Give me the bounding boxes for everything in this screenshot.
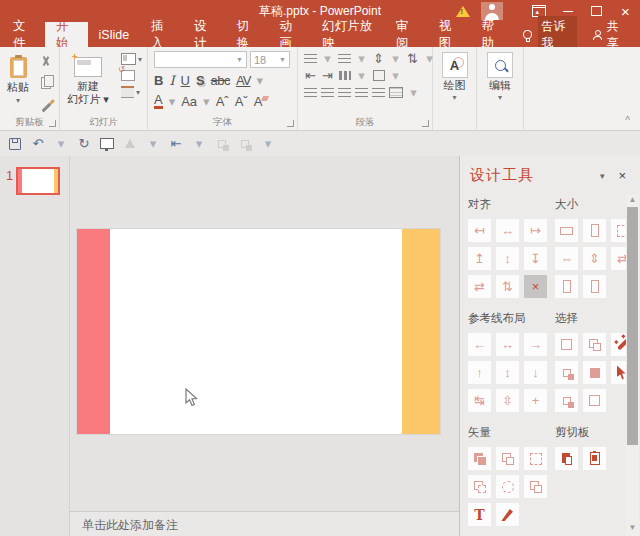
tab-view[interactable]: 视图 xyxy=(428,22,471,47)
font-decrease-font-size[interactable]: Aˇ xyxy=(235,95,248,108)
tool-pen-tool[interactable] xyxy=(496,503,519,526)
para-align-center[interactable] xyxy=(321,86,334,98)
tool-scale-width[interactable] xyxy=(555,275,578,298)
scrollbar-thumb[interactable] xyxy=(627,207,638,445)
tab-home[interactable]: 开始 xyxy=(45,22,88,47)
slide-thumbnail[interactable] xyxy=(16,167,60,195)
para-columns[interactable] xyxy=(338,69,351,81)
slide-canvas[interactable] xyxy=(77,229,440,434)
editing-button[interactable]: 编辑 ▾ xyxy=(477,47,523,102)
para-line-spacing[interactable]: ⇕ xyxy=(372,52,385,64)
tab-insert[interactable]: 插入 xyxy=(140,22,183,47)
para-increase-indent[interactable]: ⇥ xyxy=(321,69,334,81)
notes-area[interactable]: 单击此处添加备注 xyxy=(70,511,459,536)
tab-transitions[interactable]: 切换 xyxy=(226,22,269,47)
tab-file[interactable]: 文件 xyxy=(2,22,45,47)
para-align-left[interactable] xyxy=(304,86,317,98)
font-char-spacing[interactable]: AV xyxy=(236,74,250,87)
panel-scrollbar[interactable]: ▲ ▼ xyxy=(626,194,639,536)
para-align-text[interactable] xyxy=(372,69,385,81)
para-columns-caret[interactable]: ▾ xyxy=(355,69,368,81)
drawing-button[interactable]: A 绘图 ▾ xyxy=(433,47,476,102)
scroll-up-button[interactable]: ▲ xyxy=(629,194,637,206)
qat-save[interactable] xyxy=(8,135,22,153)
new-slide-button[interactable]: 新建 幻灯片 ▾ xyxy=(66,51,110,106)
tab-islide[interactable]: iSlide xyxy=(88,22,141,47)
paste-button[interactable]: 粘贴 ▾ xyxy=(2,51,34,107)
tool-align-middle[interactable]: ↕ xyxy=(496,247,519,270)
tool-select-same-format[interactable] xyxy=(583,361,606,384)
tool-guide-top[interactable]: ↑ xyxy=(468,361,491,384)
tool-shape-union[interactable] xyxy=(468,447,491,470)
tool-align-bottom[interactable]: ↧ xyxy=(524,247,547,270)
tool-shape-combine[interactable] xyxy=(496,447,519,470)
tool-adapt-height[interactable]: ⇕ xyxy=(583,247,606,270)
font-dialog-launcher[interactable] xyxy=(287,120,294,127)
section-button[interactable]: ▾ xyxy=(121,86,142,98)
tool-distribute-vertical[interactable]: ⇅ xyxy=(496,275,519,298)
qat-shape-tool-caret[interactable]: ▾ xyxy=(146,135,160,153)
para-bullets-caret[interactable]: ▾ xyxy=(321,52,334,64)
tool-copy-tool[interactable] xyxy=(555,447,578,470)
tool-shape-split[interactable] xyxy=(496,475,519,498)
para-decrease-indent[interactable]: ⇤ xyxy=(304,69,317,81)
para-align-right[interactable] xyxy=(338,86,351,98)
slide-left-bar[interactable] xyxy=(77,229,110,434)
para-distribute-text[interactable] xyxy=(372,86,385,98)
para-align-text-caret[interactable]: ▾ xyxy=(389,69,402,81)
tool-guide-right[interactable]: → xyxy=(524,333,547,356)
font-increase-font-size[interactable]: Aˆ xyxy=(216,95,229,108)
panel-close-button[interactable]: × xyxy=(614,168,630,183)
tool-equal-width[interactable] xyxy=(555,219,578,242)
tool-select-range[interactable] xyxy=(555,333,578,356)
para-text-direction[interactable]: ⇅ xyxy=(406,52,419,64)
qat-shape-tool[interactable] xyxy=(123,135,137,153)
tool-distribute-horizontal[interactable]: ⇄ xyxy=(468,275,491,298)
qat-qat-more[interactable]: ▾ xyxy=(261,135,275,153)
tab-slideshow[interactable]: 幻灯片放映 xyxy=(311,22,385,47)
tool-select-overlap[interactable] xyxy=(583,333,606,356)
qat-undo-caret[interactable]: ▾ xyxy=(54,135,68,153)
paragraph-dialog-launcher[interactable] xyxy=(422,120,429,127)
scroll-down-button[interactable]: ▼ xyxy=(629,522,637,534)
share-button[interactable]: 共享 xyxy=(581,22,640,47)
qat-redo[interactable]: ↻ xyxy=(77,135,91,153)
tool-guide-center-vertical[interactable]: ↕ xyxy=(496,361,519,384)
tool-select-scatter[interactable] xyxy=(555,389,578,412)
tool-scale-height[interactable] xyxy=(583,275,606,298)
para-justify[interactable] xyxy=(355,86,368,98)
font-underline[interactable]: U xyxy=(181,74,190,87)
font-char-spacing-caret[interactable]: ▾ xyxy=(256,74,263,87)
cut-button[interactable] xyxy=(37,53,55,69)
reset-slide-button[interactable] xyxy=(121,70,142,81)
qat-group-tool[interactable] xyxy=(215,135,229,153)
tool-paste-tool[interactable] xyxy=(583,447,606,470)
para-bullets[interactable] xyxy=(304,52,317,64)
font-bold[interactable]: B xyxy=(154,74,163,87)
tool-shape-trim[interactable] xyxy=(524,447,547,470)
copy-button[interactable] xyxy=(37,75,55,91)
tool-select-layer[interactable] xyxy=(555,361,578,384)
tool-shape-subtract[interactable] xyxy=(468,475,491,498)
tool-shape-intersect[interactable] xyxy=(524,475,547,498)
tab-help[interactable]: 帮助 xyxy=(471,22,514,47)
font-strikethrough[interactable]: abc xyxy=(211,74,230,87)
slide-layout-button[interactable]: ▾ xyxy=(121,53,142,65)
tool-align-right[interactable]: ↦ xyxy=(524,219,547,242)
collapse-ribbon-button[interactable]: ^ xyxy=(625,115,630,126)
slide-right-bar[interactable] xyxy=(402,229,440,434)
clipboard-dialog-launcher[interactable] xyxy=(49,120,56,127)
font-font-color[interactable]: A xyxy=(154,93,163,109)
panel-menu-caret[interactable]: ▾ xyxy=(590,171,615,181)
font-clear-formatting[interactable]: A xyxy=(254,95,263,108)
font-font-color-caret[interactable]: ▾ xyxy=(169,95,176,108)
font-text-shadow[interactable]: S xyxy=(196,74,205,87)
font-size-combo[interactable]: 18 ▼ xyxy=(250,51,290,68)
font-change-case-caret[interactable]: ▾ xyxy=(203,95,210,108)
tool-guide-span-all[interactable]: + xyxy=(524,389,547,412)
tool-align-left[interactable]: ↤ xyxy=(468,219,491,242)
tool-guide-span-vertical[interactable]: ⇳ xyxy=(496,389,519,412)
qat-ungroup-tool[interactable] xyxy=(238,135,252,153)
format-painter-button[interactable] xyxy=(37,97,55,113)
tool-guide-center-horizontal[interactable]: ↔ xyxy=(496,333,519,356)
